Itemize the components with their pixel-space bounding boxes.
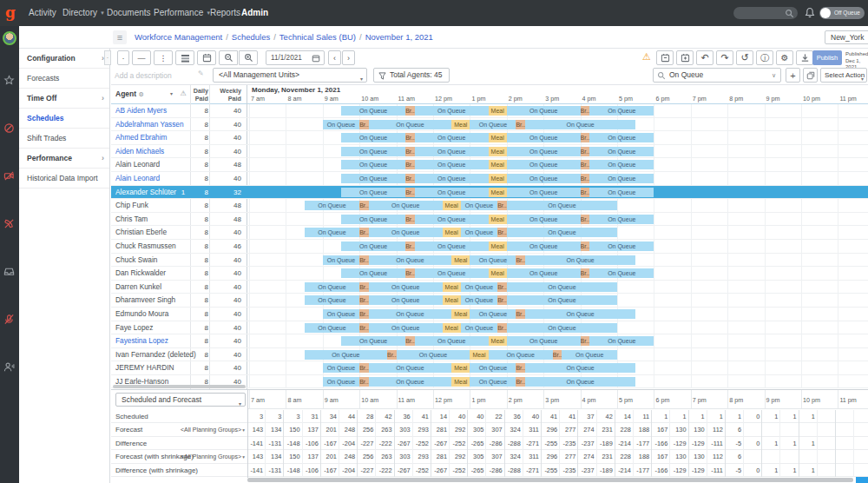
schedule-bar-on-queue[interactable]: On Queue: [415, 106, 489, 116]
schedule-bar-break[interactable]: Br...: [405, 215, 415, 224]
schedule-bar-on-queue[interactable]: On Queue: [525, 309, 635, 319]
description-input[interactable]: [115, 69, 198, 83]
schedule-bar-on-queue[interactable]: On Queue: [525, 377, 635, 387]
schedule-bar-on-queue[interactable]: On Queue: [589, 268, 654, 278]
schedule-bar-break[interactable]: Br...: [359, 255, 369, 265]
agent-row[interactable]: Chuck Rasmussen846On QueueBr...On QueueM…: [111, 240, 868, 254]
breadcrumb-link-technical-sales-bu[interactable]: Technical Sales (BU): [279, 32, 356, 42]
agent-row[interactable]: Faye Lopez840On QueueBr...On QueueMealOn…: [111, 321, 868, 335]
schedule-bar-break[interactable]: Br...: [359, 377, 369, 387]
schedule-bar-on-queue[interactable]: On Queue: [507, 133, 581, 142]
topnav-item-activity[interactable]: Activity: [29, 0, 56, 26]
agent-name-link[interactable]: AB Aiden Myers: [115, 104, 202, 118]
timezone-select[interactable]: New_York ▾: [825, 30, 868, 44]
schedule-bar-on-queue[interactable]: On Queue: [507, 174, 581, 183]
topnav-item-reports[interactable]: Reports: [210, 0, 240, 26]
schedule-bar-break[interactable]: Br...: [359, 282, 369, 292]
bottom-view-select[interactable]: Scheduled and Forecast ▾: [115, 393, 246, 407]
schedule-bar-break[interactable]: Br...: [405, 336, 415, 346]
agent-name-link[interactable]: Alain Leonard: [115, 172, 202, 186]
kebab-menu-button[interactable]: ⋮: [154, 50, 173, 65]
agent-row[interactable]: Alain Leonard848On QueueBr...On QueueMea…: [111, 158, 868, 172]
schedule-bar-on-queue[interactable]: On Queue: [562, 350, 617, 360]
schedule-bar-break[interactable]: Br...: [405, 160, 415, 169]
schedule-bar-on-queue[interactable]: On Queue: [341, 268, 405, 278]
schedule-bar-on-queue[interactable]: On Queue: [589, 133, 654, 142]
schedule-bar-meal[interactable]: Meal: [489, 336, 507, 346]
agent-timeline[interactable]: On QueueBr...On QueueMealOn QueueBr...On…: [247, 348, 868, 362]
camera-off-icon[interactable]: [3, 170, 16, 182]
calendar-button[interactable]: [197, 50, 216, 65]
schedule-bar-on-queue[interactable]: On Queue: [305, 323, 360, 333]
add-button[interactable]: +: [786, 68, 800, 83]
breadcrumb-link-schedules[interactable]: Schedules: [232, 32, 270, 42]
agent-name-link[interactable]: Alain Leonard: [115, 158, 202, 172]
schedule-bar-on-queue[interactable]: On Queue: [323, 309, 359, 319]
schedule-bar-on-queue[interactable]: On Queue: [507, 268, 581, 278]
breadcrumb-link-workforce-management[interactable]: Workforce Management: [135, 32, 222, 42]
schedule-bar-meal[interactable]: Meal: [489, 215, 507, 224]
prev-day-button[interactable]: ‹: [328, 50, 341, 65]
schedule-bar-break[interactable]: Br...: [405, 174, 415, 183]
schedule-bar-on-queue[interactable]: On Queue: [589, 106, 654, 116]
schedule-bar-meal[interactable]: Meal: [451, 377, 470, 387]
agent-timeline[interactable]: On QueueBr...On QueueMealOn QueueBr...On…: [247, 131, 868, 145]
planning-groups-select[interactable]: <All Planning Groups>▾: [181, 450, 245, 464]
schedule-bar-on-queue[interactable]: On Queue: [525, 363, 635, 373]
schedule-bar-break[interactable]: Br...: [516, 309, 525, 319]
topnav-item-directory[interactable]: Directory▼: [62, 0, 105, 26]
schedule-bar-on-queue[interactable]: On Queue: [323, 120, 359, 129]
settings-gear-button[interactable]: ⚙: [776, 50, 793, 65]
topnav-item-performance[interactable]: Performance▼: [154, 0, 211, 26]
agent-row[interactable]: Aiden Michaels840On QueueBr...On QueueMe…: [111, 145, 868, 159]
agent-timeline[interactable]: On QueueBr...On QueueMealOn QueueBr...On…: [247, 294, 868, 308]
schedule-bar-break[interactable]: Br...: [497, 323, 507, 333]
schedule-bar-on-queue[interactable]: On Queue: [397, 350, 470, 360]
agent-row[interactable]: Chip Funk848On QueueBr...On QueueMealOn …: [111, 199, 868, 213]
schedule-bar-break[interactable]: Br...: [387, 350, 397, 360]
schedule-bar-meal[interactable]: Meal: [489, 242, 507, 251]
schedule-bar-on-queue[interactable]: On Queue: [369, 309, 451, 319]
schedule-bar-meal[interactable]: Meal: [443, 201, 461, 210]
sidebar-item-schedules[interactable]: Schedules: [19, 109, 109, 129]
agent-name-link[interactable]: Dan Rickwalder: [115, 267, 202, 281]
agent-timeline[interactable]: On QueueBr...On QueueMealOn QueueBr...On…: [247, 186, 868, 200]
agent-row[interactable]: AB Aiden Myers840On QueueBr...On QueueMe…: [111, 104, 868, 118]
sidebar-item-forecasts[interactable]: Forecasts: [19, 69, 109, 89]
phone-off-icon[interactable]: [3, 218, 16, 230]
agent-timeline[interactable]: On QueueBr...On QueueMealOn QueueBr...On…: [247, 158, 868, 172]
schedule-bar-break[interactable]: Br...: [359, 363, 369, 373]
schedule-bar-on-queue[interactable]: On Queue: [369, 377, 451, 387]
schedule-bar-on-queue[interactable]: On Queue: [341, 215, 405, 224]
genesys-logo-icon[interactable]: g: [0, 0, 21, 26]
schedule-bar-meal[interactable]: Meal: [489, 147, 507, 156]
schedule-bar-on-queue[interactable]: On Queue: [525, 120, 635, 129]
schedule-bar-on-queue[interactable]: On Queue: [461, 295, 497, 305]
schedule-bar-on-queue[interactable]: On Queue: [341, 188, 405, 197]
calendar-add-button[interactable]: [676, 50, 694, 65]
schedule-bar-break[interactable]: Br...: [497, 282, 507, 292]
dash-tool-button[interactable]: —: [132, 50, 151, 65]
schedule-bar-meal[interactable]: Meal: [489, 106, 507, 116]
mic-off-icon[interactable]: [3, 314, 16, 326]
schedule-bar-on-queue[interactable]: On Queue: [461, 282, 497, 292]
agent-row[interactable]: Ivan Fernandez (deleted)840On QueueBr...…: [111, 348, 868, 362]
layers-button[interactable]: [175, 50, 194, 65]
schedule-bar-break[interactable]: Br...: [497, 228, 507, 237]
schedule-bar-meal[interactable]: Meal: [443, 323, 461, 333]
agent-timeline[interactable]: On QueueBr...On QueueMealOn QueueBr...On…: [247, 145, 868, 159]
schedule-bar-meal[interactable]: Meal: [489, 174, 507, 183]
schedule-bar-break[interactable]: Br...: [405, 268, 415, 278]
agent-name-link[interactable]: Aiden Michaels: [115, 145, 202, 159]
schedule-bar-on-queue[interactable]: On Queue: [470, 363, 516, 373]
schedule-bar-on-queue[interactable]: On Queue: [415, 147, 489, 156]
agent-name-link[interactable]: Chuck Rasmussen: [115, 240, 202, 254]
schedule-bar-break[interactable]: Br...: [581, 147, 590, 156]
date-input[interactable]: 11/1/2021: [266, 50, 325, 65]
schedule-bar-meal[interactable]: Meal: [451, 120, 470, 129]
schedule-bar-on-queue[interactable]: On Queue: [415, 160, 489, 169]
publish-button[interactable]: Publish: [812, 50, 842, 65]
schedule-bar-on-queue[interactable]: On Queue: [507, 228, 617, 237]
select-action-button[interactable]: Select Action ▾: [820, 68, 867, 83]
schedule-bar-on-queue[interactable]: On Queue: [415, 215, 489, 224]
